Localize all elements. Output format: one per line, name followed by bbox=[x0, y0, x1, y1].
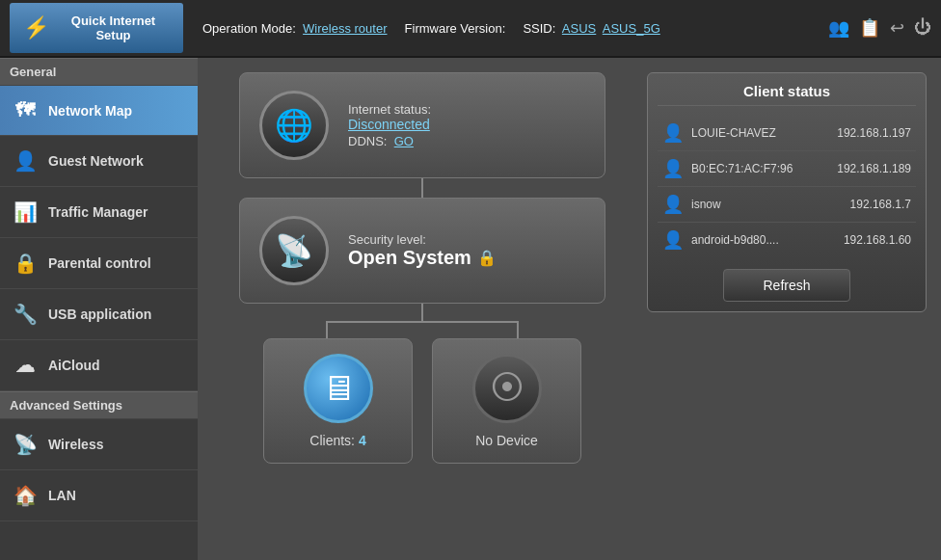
sidebar-label-parental-control: Parental control bbox=[48, 255, 151, 271]
layout: General 🗺 Network Map 👤 Guest Network 📊 … bbox=[0, 58, 941, 560]
topbar-info: Operation Mode: Wireless router Firmware… bbox=[183, 21, 828, 36]
ddns-label: DDNS: bbox=[348, 134, 387, 148]
branch-v-left bbox=[326, 321, 328, 338]
client-row: 👤 isnow 192.168.1.7 bbox=[658, 187, 916, 223]
lan-icon: 🏠 bbox=[12, 484, 39, 507]
sidebar-label-wireless: Wireless bbox=[48, 437, 103, 452]
usb-node: ⦿ No Device bbox=[432, 338, 581, 464]
connector-1 bbox=[421, 178, 423, 198]
client-ip-3: 192.168.1.60 bbox=[844, 233, 911, 247]
branch-h-line bbox=[328, 321, 517, 323]
clients-icon-circle: 🖥 bbox=[304, 354, 373, 423]
client-avatar-icon-2: 👤 bbox=[662, 194, 684, 215]
client-row: 👤 B0:EC:71:AC:F7:96 192.168.1.189 bbox=[658, 151, 916, 187]
clients-node: 🖥 Clients: 4 bbox=[263, 338, 413, 464]
usb-application-icon: 🔧 bbox=[12, 303, 39, 326]
ssid-label: SSID: bbox=[523, 21, 555, 36]
ssid-value2[interactable]: ASUS_5G bbox=[603, 21, 660, 36]
client-name-1: B0:EC:71:AC:F7:96 bbox=[691, 162, 829, 175]
quick-setup-label: Quick Internet Setup bbox=[57, 13, 170, 42]
network-map-icon: 🗺 bbox=[12, 99, 39, 121]
client-status-panel: Client status 👤 LOUIE-CHAVEZ 192.168.1.1… bbox=[647, 72, 927, 546]
branch-h-container bbox=[326, 321, 519, 338]
client-avatar-icon-0: 👤 bbox=[662, 122, 684, 144]
topbar: ⚡ Quick Internet Setup Operation Mode: W… bbox=[0, 0, 941, 58]
refresh-button[interactable]: Refresh bbox=[723, 269, 849, 302]
sidebar-label-guest-network: Guest Network bbox=[48, 153, 144, 169]
firmware-label: Firmware Version: bbox=[405, 21, 506, 36]
sidebar-item-wireless[interactable]: 📡 Wireless bbox=[0, 419, 198, 470]
operation-mode-label: Operation Mode: bbox=[202, 21, 296, 36]
general-section-label: General bbox=[0, 58, 198, 86]
internet-icon-circle: 🌐 bbox=[259, 91, 329, 160]
router-node: 📡 Security level: Open System 🔒 bbox=[239, 198, 605, 304]
ddns-go-link[interactable]: GO bbox=[394, 134, 414, 148]
sidebar-item-traffic-manager[interactable]: 📊 Traffic Manager bbox=[0, 187, 198, 238]
guest-network-icon: 👤 bbox=[12, 149, 39, 173]
internet-status-label: Internet status: bbox=[348, 102, 431, 117]
client-name-3: android-b9d80.... bbox=[691, 233, 836, 247]
main-content: 🌐 Internet status: Disconnected DDNS: GO… bbox=[198, 58, 941, 560]
traffic-manager-icon: 📊 bbox=[12, 200, 39, 224]
operation-mode-value[interactable]: Wireless router bbox=[303, 21, 387, 36]
aicloud-icon: ☁ bbox=[12, 354, 39, 377]
router-icon-circle: 📡 bbox=[259, 216, 329, 285]
client-ip-1: 192.168.1.189 bbox=[837, 162, 911, 175]
wireless-icon: 📡 bbox=[12, 433, 39, 456]
sidebar-item-network-map[interactable]: 🗺 Network Map bbox=[0, 86, 198, 136]
power-icon[interactable]: ⏻ bbox=[914, 17, 931, 39]
copy-icon[interactable]: 📋 bbox=[859, 17, 880, 39]
sidebar-item-guest-network[interactable]: 👤 Guest Network bbox=[0, 136, 198, 187]
ssid-value1[interactable]: ASUS bbox=[562, 21, 596, 36]
security-label: Security level: bbox=[348, 232, 426, 247]
client-ip-2: 192.168.1.7 bbox=[850, 198, 911, 211]
ddns-line: DDNS: GO bbox=[348, 134, 585, 148]
clients-count: 4 bbox=[359, 433, 366, 448]
sidebar: General 🗺 Network Map 👤 Guest Network 📊 … bbox=[0, 58, 198, 560]
client-avatar-icon-1: 👤 bbox=[662, 158, 684, 179]
client-name-2: isnow bbox=[691, 198, 843, 211]
client-status-title: Client status bbox=[658, 83, 916, 106]
client-row: 👤 android-b9d80.... 192.168.1.60 bbox=[658, 223, 916, 257]
sidebar-item-parental-control[interactable]: 🔒 Parental control bbox=[0, 238, 198, 289]
sidebar-item-usb-application[interactable]: 🔧 USB application bbox=[0, 289, 198, 340]
usb-icon-circle: ⦿ bbox=[472, 354, 542, 423]
branch-area: 🖥 Clients: 4 ⦿ No Device bbox=[239, 304, 605, 464]
internet-status-value[interactable]: Disconnected bbox=[348, 117, 585, 132]
client-ip-0: 192.168.1.197 bbox=[837, 126, 911, 140]
sidebar-label-traffic-manager: Traffic Manager bbox=[48, 204, 148, 220]
client-row: 👤 LOUIE-CHAVEZ 192.168.1.197 bbox=[658, 116, 916, 151]
sidebar-item-aicloud[interactable]: ☁ AiCloud bbox=[0, 340, 198, 391]
security-value: Open System 🔒 bbox=[348, 247, 585, 269]
client-name-0: LOUIE-CHAVEZ bbox=[691, 126, 829, 140]
bottom-nodes-row: 🖥 Clients: 4 ⦿ No Device bbox=[263, 338, 581, 464]
people-icon[interactable]: 👥 bbox=[828, 17, 849, 39]
advanced-section-label: Advanced Settings bbox=[0, 391, 198, 419]
sidebar-item-lan[interactable]: 🏠 LAN bbox=[0, 470, 198, 521]
sidebar-label-usb-application: USB application bbox=[48, 307, 151, 322]
branch-v-right bbox=[517, 321, 519, 338]
internet-node-info: Internet status: Disconnected DDNS: GO bbox=[348, 102, 585, 148]
parental-control-icon: 🔒 bbox=[12, 252, 39, 275]
sidebar-label-network-map: Network Map bbox=[48, 103, 132, 119]
topbar-icons: 👥 📋 ↩ ⏻ bbox=[828, 17, 931, 39]
usb-label: No Device bbox=[475, 433, 538, 448]
arrow-icon[interactable]: ↩ bbox=[890, 17, 904, 39]
branch-v-top bbox=[421, 304, 423, 321]
lock-icon: 🔒 bbox=[477, 249, 497, 267]
sidebar-label-lan: LAN bbox=[48, 488, 76, 503]
internet-node: 🌐 Internet status: Disconnected DDNS: GO bbox=[239, 72, 605, 178]
client-status-box: Client status 👤 LOUIE-CHAVEZ 192.168.1.1… bbox=[647, 72, 927, 312]
quick-setup-button[interactable]: ⚡ Quick Internet Setup bbox=[10, 3, 183, 53]
clients-label: Clients: 4 bbox=[309, 433, 365, 448]
router-node-info: Security level: Open System 🔒 bbox=[348, 232, 585, 269]
quick-setup-icon: ⚡ bbox=[23, 15, 49, 40]
sidebar-label-aicloud: AiCloud bbox=[48, 358, 100, 373]
client-avatar-icon-3: 👤 bbox=[662, 229, 684, 251]
network-map-area: 🌐 Internet status: Disconnected DDNS: GO… bbox=[212, 72, 632, 546]
